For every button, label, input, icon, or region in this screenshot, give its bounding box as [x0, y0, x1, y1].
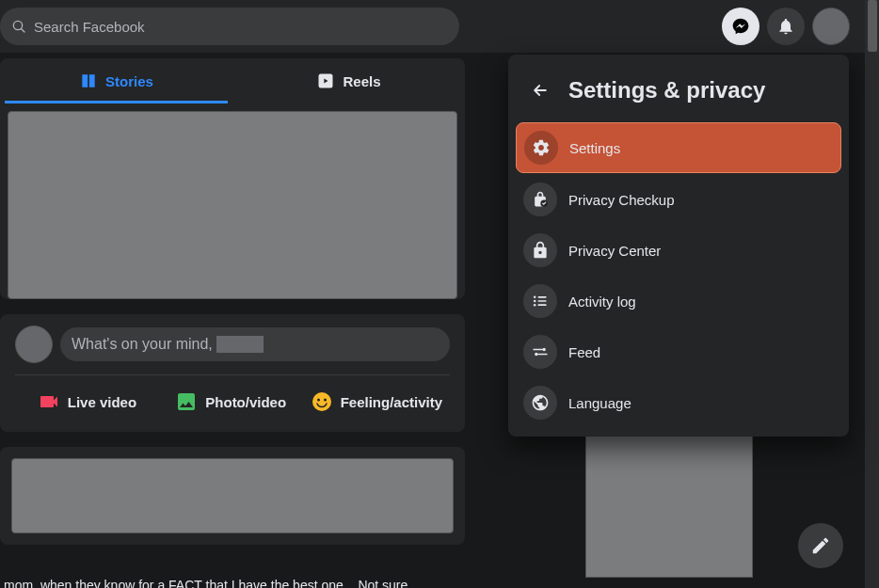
header-actions: [722, 8, 850, 45]
reels-icon: [316, 72, 335, 90]
scrollbar-thumb[interactable]: [868, 0, 877, 52]
svg-line-1: [22, 29, 24, 32]
tab-reels[interactable]: Reels: [232, 58, 465, 103]
search-icon: [11, 19, 26, 34]
compose-fab[interactable]: [798, 523, 843, 568]
account-button[interactable]: [812, 8, 850, 45]
back-button[interactable]: [523, 73, 557, 107]
top-header: [0, 0, 865, 53]
menu-item-activity-log[interactable]: Activity log: [516, 277, 841, 326]
svg-rect-8: [538, 296, 547, 298]
composer-avatar[interactable]: [15, 326, 53, 363]
menu-item-label: Privacy Center: [568, 243, 661, 259]
clipped-post-text: mom, when they know for a FACT that I ha…: [4, 578, 465, 588]
menu-item-label: Privacy Checkup: [568, 192, 675, 208]
menu-item-label: Language: [568, 395, 631, 411]
composer-input[interactable]: What's on your mind,: [60, 327, 450, 361]
bell-icon: [776, 17, 795, 36]
feed-column: Stories Reels What's on your mind, Live …: [0, 58, 465, 560]
tab-stories-label: Stories: [105, 73, 153, 89]
background-media-placeholder: [585, 412, 753, 578]
menu-header: Settings & privacy: [516, 62, 841, 122]
tab-stories[interactable]: Stories: [0, 58, 232, 103]
svg-point-3: [312, 392, 331, 411]
composer-actions: Live video Photo/video Feeling/activity: [15, 375, 450, 421]
menu-icon-wrap: [523, 233, 557, 267]
stories-area[interactable]: [8, 111, 457, 299]
gear-icon: [532, 138, 551, 157]
menu-item-label: Settings: [569, 140, 620, 156]
svg-point-11: [534, 304, 536, 307]
svg-rect-12: [538, 304, 547, 306]
menu-icon-wrap: [523, 335, 557, 369]
composer-top: What's on your mind,: [15, 326, 450, 375]
post-image-placeholder[interactable]: [11, 458, 454, 533]
globe-icon: [531, 393, 550, 412]
menu-icon-wrap: [523, 183, 557, 216]
messenger-button[interactable]: [722, 8, 759, 45]
lock-icon: [531, 241, 550, 260]
composer-prompt: What's on your mind,: [72, 336, 213, 353]
svg-rect-10: [538, 300, 547, 302]
menu-item-language[interactable]: Language: [516, 378, 841, 427]
lock-check-icon: [531, 190, 550, 209]
photo-icon: [175, 390, 198, 413]
smiley-icon: [311, 390, 333, 413]
messenger-icon: [731, 17, 750, 36]
back-arrow-icon: [531, 81, 550, 100]
svg-point-7: [534, 296, 536, 299]
menu-item-label: Activity log: [568, 294, 636, 310]
stories-icon: [79, 72, 98, 90]
sliders-icon: [531, 342, 550, 361]
post-card: [0, 447, 465, 545]
search-input[interactable]: [34, 19, 448, 35]
menu-icon-wrap: [524, 131, 558, 165]
menu-item-label: Feed: [568, 344, 600, 360]
menu-item-privacy-center[interactable]: Privacy Center: [516, 226, 841, 275]
live-video-button[interactable]: Live video: [15, 383, 159, 421]
page-scrollbar[interactable]: [865, 0, 879, 588]
menu-item-settings[interactable]: Settings: [516, 122, 841, 173]
composer-card: What's on your mind, Live video Photo/vi…: [0, 314, 465, 432]
composer-name-redacted: [216, 336, 264, 353]
feeling-activity-button[interactable]: Feeling/activity: [303, 383, 450, 421]
menu-item-privacy-checkup[interactable]: Privacy Checkup: [516, 175, 841, 224]
svg-point-4: [317, 399, 320, 402]
svg-point-9: [534, 300, 536, 303]
menu-icon-wrap: [523, 386, 557, 420]
svg-point-5: [324, 399, 327, 402]
search-container[interactable]: [0, 8, 459, 45]
video-icon: [38, 390, 60, 413]
feeling-activity-label: Feeling/activity: [341, 394, 442, 410]
live-video-label: Live video: [68, 394, 136, 410]
menu-icon-wrap: [523, 284, 557, 318]
stories-reels-tabs: Stories Reels: [0, 58, 465, 103]
menu-item-feed[interactable]: Feed: [516, 327, 841, 376]
notifications-button[interactable]: [767, 8, 805, 45]
settings-privacy-panel: Settings & privacy Settings Privacy Chec…: [508, 55, 849, 437]
menu-title: Settings & privacy: [568, 77, 765, 103]
list-icon: [531, 292, 550, 310]
tab-reels-label: Reels: [343, 73, 380, 89]
photo-video-label: Photo/video: [205, 394, 286, 410]
stories-card: Stories Reels: [0, 58, 465, 299]
photo-video-button[interactable]: Photo/video: [159, 383, 303, 421]
edit-icon: [810, 535, 831, 556]
